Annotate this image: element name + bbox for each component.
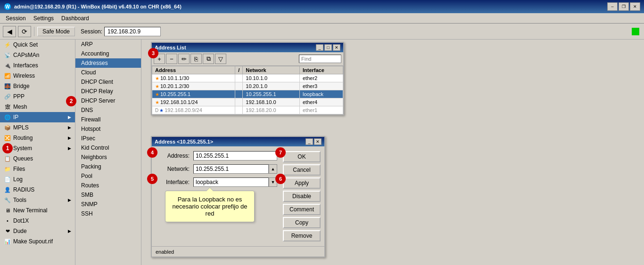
addr-list-minimize[interactable]: _ <box>316 44 323 51</box>
sidebar-label-ppp: PPP <box>13 93 25 100</box>
sidebar-item-wireless[interactable]: 📶 Wireless <box>0 71 75 81</box>
sidebar-label-radius: RADIUS <box>13 186 34 193</box>
menu-settings[interactable]: Settings <box>30 14 58 23</box>
sidebar-item-interfaces[interactable]: 🔌 Interfaces <box>0 60 75 71</box>
badge-5: 5 <box>147 174 157 184</box>
toolbar: ◀ ⟳ Safe Mode Session: <box>0 24 644 40</box>
interface-combo: ▼ <box>193 177 277 187</box>
capsman-icon: 📡 <box>4 51 11 59</box>
submenu-item-dns[interactable]: DNS <box>75 105 141 115</box>
submenu-item-firewall[interactable]: Firewall <box>75 115 141 124</box>
table-row-selected[interactable]: ★10.255.255.1 10.255.255.1 loopback <box>152 90 343 98</box>
sidebar-item-quick-set[interactable]: ⚡ Quick Set <box>0 40 75 50</box>
comment-button[interactable]: Comment <box>283 204 321 215</box>
submenu: ARP Accounting Addresses Cloud DHCP Clie… <box>75 40 141 265</box>
col-network[interactable]: Network <box>243 66 300 74</box>
sidebar-item-capsman[interactable]: 📡 CAPsMAn <box>0 50 75 60</box>
cancel-button[interactable]: Cancel <box>283 164 321 176</box>
sidebar-item-bridge[interactable]: 🌉 Bridge <box>0 81 75 91</box>
menu-bar: Session Settings Dashboard <box>0 13 644 24</box>
address-dialog: Address <10.255.255.1> _ ✕ 4 Address: 7 <box>151 136 325 257</box>
interface-field[interactable] <box>193 177 269 187</box>
sidebar-item-queues[interactable]: 📋 Queues <box>0 153 75 164</box>
menu-dashboard[interactable]: Dashboard <box>58 14 93 23</box>
col-sort[interactable]: / <box>235 66 243 74</box>
files-icon: 📁 <box>4 165 11 173</box>
copy-button[interactable]: Copy <box>283 217 321 228</box>
table-row[interactable]: ★10.10.1.1/30 10.10.1.0 ether2 <box>152 74 343 82</box>
menu-session[interactable]: Session <box>2 14 30 23</box>
network-field-label: Network: <box>156 166 193 172</box>
table-row-disabled[interactable]: D★192.168.20.9/24 192.168.20.0 ether1 <box>152 106 343 114</box>
submenu-item-dhcp-client[interactable]: DHCP Client <box>75 77 141 87</box>
remove-button[interactable]: Remove <box>283 230 321 241</box>
sidebar-item-new-terminal[interactable]: 🖥 New Terminal <box>0 205 75 216</box>
submenu-item-packing[interactable]: Packing <box>75 162 141 171</box>
refresh-button[interactable]: ⟳ <box>18 26 31 37</box>
filter-button[interactable]: ▽ <box>215 54 226 64</box>
paste-address-button[interactable]: ⧉ <box>203 54 214 64</box>
submenu-item-neighbors[interactable]: Neighbors <box>75 153 141 162</box>
session-label: Session: <box>81 28 102 35</box>
sidebar-label-quick-set: Quick Set <box>13 41 38 48</box>
sidebar-item-make-supout[interactable]: 📊 Make Supout.rif <box>0 236 75 247</box>
wireless-icon: 📶 <box>4 72 11 80</box>
back-button[interactable]: ◀ <box>3 26 16 37</box>
submenu-item-arp[interactable]: ARP <box>75 40 141 49</box>
remove-address-button[interactable]: − <box>166 54 177 64</box>
col-address[interactable]: Address <box>152 66 235 74</box>
sidebar-item-mesh[interactable]: 🕸 Mesh <box>0 102 75 112</box>
dialog-close[interactable]: ✕ <box>314 138 322 145</box>
routing-icon: 🔀 <box>4 134 11 142</box>
sidebar-item-files[interactable]: 📁 Files <box>0 164 75 174</box>
table-row[interactable]: ★10.20.1.2/30 10.20.1.0 ether3 <box>152 82 343 90</box>
find-input[interactable] <box>299 55 341 63</box>
submenu-item-hotspot[interactable]: Hotspot <box>75 124 141 134</box>
sidebar-item-ip[interactable]: 🌐 IP ▶ <box>0 112 75 122</box>
session-input[interactable] <box>104 27 161 36</box>
sidebar-item-dot1x[interactable]: • Dot1X <box>0 216 75 226</box>
network-field[interactable] <box>193 164 269 174</box>
sidebar-item-ppp[interactable]: 🔗 PPP <box>0 91 75 102</box>
ok-button[interactable]: OK <box>283 151 321 162</box>
submenu-item-ipsec[interactable]: IPsec <box>75 134 141 143</box>
sidebar-item-dude[interactable]: ❤ Dude ▶ <box>0 226 75 236</box>
submenu-item-ssh[interactable]: SSH <box>75 209 141 218</box>
edit-address-button[interactable]: ✏ <box>178 54 190 64</box>
maximize-button[interactable]: ❐ <box>619 2 629 11</box>
row-icon: ★ <box>155 76 159 81</box>
network-combo-up[interactable]: ▲ <box>269 164 277 174</box>
submenu-item-routes[interactable]: Routes <box>75 181 141 190</box>
submenu-item-accounting[interactable]: Accounting <box>75 49 141 58</box>
main-area: ⚡ Quick Set 📡 CAPsMAn 🔌 Interfaces 📶 Wir… <box>0 40 644 265</box>
submenu-item-dhcp-relay[interactable]: DHCP Relay <box>75 87 141 96</box>
apply-button[interactable]: Apply <box>283 177 321 189</box>
safe-mode-button[interactable]: Safe Mode <box>37 27 75 36</box>
sidebar-item-radius[interactable]: 👤 RADIUS <box>0 185 75 195</box>
sidebar-item-log[interactable]: 📄 Log <box>0 174 75 185</box>
submenu-item-smb[interactable]: SMB <box>75 190 141 200</box>
submenu-item-pool[interactable]: Pool <box>75 171 141 181</box>
sidebar-item-mpls[interactable]: 📦 MPLS ▶ <box>0 122 75 133</box>
addr-list-maximize[interactable]: □ <box>324 44 332 51</box>
submenu-item-kid-control[interactable]: Kid Control <box>75 143 141 153</box>
copy-address-button[interactable]: ⎘ <box>190 54 202 64</box>
sidebar-item-routing[interactable]: 🔀 Routing ▶ <box>0 133 75 143</box>
dude-icon: ❤ <box>4 227 11 235</box>
minimize-button[interactable]: – <box>607 2 618 11</box>
submenu-item-dhcp-server[interactable]: DHCP Server <box>75 96 141 105</box>
submenu-item-addresses[interactable]: Addresses <box>75 58 141 68</box>
table-row[interactable]: ★192.168.10.1/24 192.168.10.0 ether4 <box>152 98 343 106</box>
addr-list-close[interactable]: ✕ <box>333 44 340 51</box>
sidebar-item-tools[interactable]: 🔧 Tools ▶ <box>0 195 75 205</box>
address-field[interactable] <box>193 151 277 161</box>
interface-form-row: 5 Interface: ▼ 6 <box>156 177 277 187</box>
sidebar-label-capsman: CAPsMAn <box>13 52 39 58</box>
col-interface[interactable]: Interface <box>300 66 343 74</box>
submenu-item-snmp[interactable]: SNMP <box>75 200 141 209</box>
ppp-icon: 🔗 <box>4 93 11 100</box>
close-button[interactable]: ✕ <box>630 2 640 11</box>
disable-button[interactable]: Disable <box>283 191 321 202</box>
dialog-minimize[interactable]: _ <box>305 138 313 145</box>
submenu-item-cloud[interactable]: Cloud <box>75 68 141 77</box>
